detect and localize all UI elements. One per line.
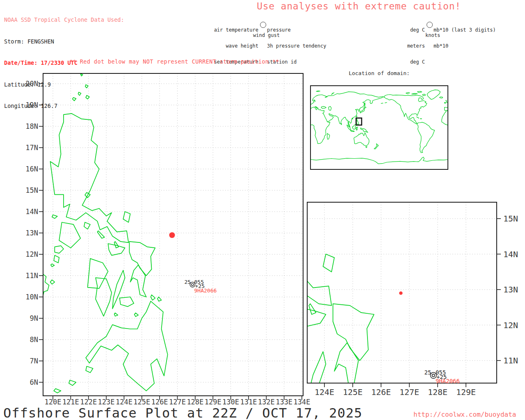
lon-tick-label: 123E bbox=[98, 398, 115, 406]
unit-air-temperature: deg C bbox=[392, 27, 425, 33]
legend-params-right: pressure 3h pressure tendency station id bbox=[267, 17, 326, 75]
unit-sea-temperature: deg C bbox=[392, 59, 425, 65]
lat-tick-label: 15N bbox=[503, 214, 518, 224]
unit-pressure-tendency: mb*10 bbox=[434, 43, 496, 49]
station-id: 9HA2066 bbox=[194, 288, 217, 294]
lon-tick-label: 121E bbox=[62, 398, 79, 406]
lon-tick-label: 128E bbox=[428, 387, 447, 397]
lat-tick-label: 14N bbox=[25, 208, 38, 216]
page-title: Offshore Surface Plot at 22Z / OCT 17, 2… bbox=[3, 405, 363, 420]
lat-tick-label: 14N bbox=[503, 249, 518, 259]
unit-wave-height: meters bbox=[392, 43, 425, 49]
caution-banner: Use analyses with extreme caution! bbox=[246, 1, 472, 11]
storm-name: Storm: FENGSHEN bbox=[4, 38, 124, 46]
lon-tick-label: 126E bbox=[151, 398, 168, 406]
lon-tick-label: 130E bbox=[222, 398, 239, 406]
station-circle-icon bbox=[260, 22, 266, 28]
lon-tick-label: 127E bbox=[169, 398, 186, 406]
lat-tick-label: 16N bbox=[25, 165, 38, 173]
lon-tick-label: 125E bbox=[133, 398, 150, 406]
lat-tick-label: 12N bbox=[503, 320, 518, 330]
legend-wave-height: wave height bbox=[206, 43, 258, 49]
site-url-link[interactable]: http://coolwx.com/buoydata bbox=[413, 411, 516, 418]
legend-pressure-tendency: 3h pressure tendency bbox=[267, 43, 326, 49]
unit-pressure: mb*10 (last 3 digits) bbox=[434, 27, 496, 33]
lat-tick-label: 11N bbox=[25, 272, 38, 280]
storm-position-dot bbox=[399, 291, 402, 294]
storm-position-dot bbox=[169, 232, 175, 238]
station-plot-main: 25055+259HA2066 bbox=[184, 279, 217, 294]
lon-tick-label: 129E bbox=[205, 398, 221, 406]
lon-tick-label: 129E bbox=[456, 387, 476, 397]
lat-tick-label: 13N bbox=[25, 229, 38, 237]
lon-tick-label: 126E bbox=[371, 387, 391, 397]
lon-tick-label: 128E bbox=[187, 398, 203, 406]
cyclone-data-source: NOAA SSD Tropical Cyclone Data Used: bbox=[4, 16, 124, 24]
legend-units-left: deg C meters deg C bbox=[392, 17, 425, 75]
lon-tick-label: 120E bbox=[45, 398, 62, 406]
lon-tick-label: 124E bbox=[315, 387, 334, 397]
legend-air-temperature: air temperature bbox=[206, 27, 258, 33]
lon-tick-label: 132E bbox=[258, 398, 275, 406]
storm-position-warning: ** Red dot below may NOT represent CURRE… bbox=[43, 58, 306, 65]
lat-tick-label: 17N bbox=[25, 144, 38, 152]
legend-params-left: air temperature wave height sea temperat… bbox=[206, 17, 258, 75]
lon-tick-label: 122E bbox=[80, 398, 97, 406]
lon-tick-label: 127E bbox=[399, 387, 419, 397]
station-air-temp: 25 bbox=[184, 279, 191, 285]
lon-tick-label: 125E bbox=[343, 387, 363, 397]
lat-tick-label: 8N bbox=[30, 336, 38, 344]
lon-tick-label: 134E bbox=[294, 398, 310, 406]
lat-tick-label: 10N bbox=[25, 293, 38, 301]
lat-tick-label: 7N bbox=[30, 357, 38, 365]
station-circle-icon bbox=[427, 22, 433, 28]
lon-tick-label: 133E bbox=[276, 398, 292, 406]
world-inset-map bbox=[310, 86, 448, 169]
inset-map-title: Location of domain: bbox=[310, 70, 448, 76]
lat-tick-label: 15N bbox=[25, 186, 38, 194]
lon-tick-label: 124E bbox=[116, 398, 132, 406]
station-id: 9HA2066 bbox=[436, 378, 460, 384]
legend-units-right: mb*10 (last 3 digits) mb*10 bbox=[434, 17, 496, 59]
storm-longitude: Longitude: 126.7 bbox=[4, 103, 124, 110]
legend-pressure: pressure bbox=[267, 27, 326, 33]
station-plot-zoom: 25055+259HA2066 bbox=[424, 369, 459, 384]
lat-tick-label: 12N bbox=[25, 250, 38, 258]
lat-tick-label: 13N bbox=[503, 285, 518, 294]
station-air-temp: 25 bbox=[424, 369, 431, 376]
lat-tick-label: 11N bbox=[503, 356, 518, 365]
lat-tick-label: 9N bbox=[30, 314, 38, 322]
offshore-surface-plot-page: 120E121E122E123E124E125E126E127E128E129E… bbox=[0, 0, 525, 420]
lat-tick-label: 6N bbox=[30, 378, 38, 386]
storm-latitude: Latitude: 12.9 bbox=[4, 81, 124, 89]
lon-tick-label: 131E bbox=[240, 398, 257, 406]
